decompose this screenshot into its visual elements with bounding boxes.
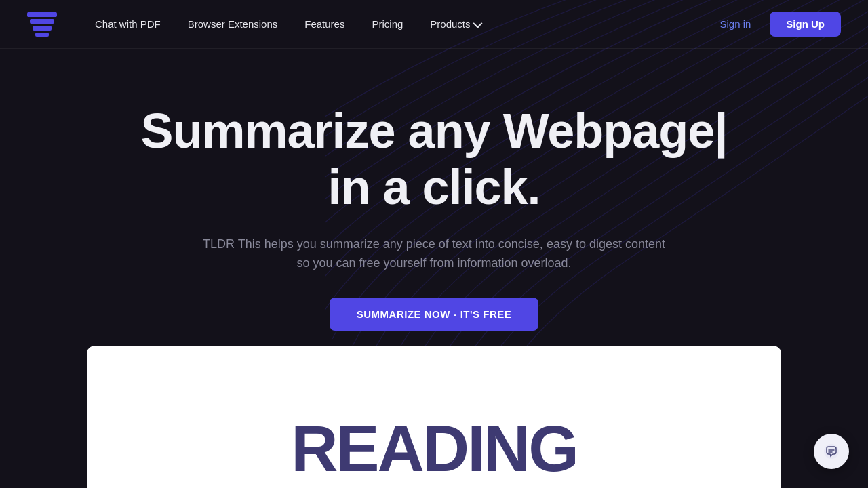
nav-link-browser-extensions[interactable]: Browser Extensions [177, 13, 289, 35]
svg-rect-3 [35, 33, 49, 37]
navbar: Chat with PDF Browser Extensions Feature… [0, 0, 868, 49]
nav-right: Sign in Sign Up [711, 12, 841, 37]
chat-support-button[interactable] [814, 434, 849, 469]
app-preview: READING [87, 346, 781, 488]
nav-link-pricing[interactable]: Pricing [361, 13, 414, 35]
nav-link-features[interactable]: Features [294, 13, 355, 35]
hero-title: Summarize any Webpage| in a click. [140, 103, 727, 216]
cta-button[interactable]: SUMMARIZE NOW - IT'S FREE [330, 298, 539, 331]
hero-section: Summarize any Webpage| in a click. TLDR … [0, 49, 868, 331]
signin-button[interactable]: Sign in [711, 13, 759, 35]
chevron-down-icon [473, 18, 482, 28]
hero-subtitle: TLDR This helps you summarize any piece … [197, 235, 671, 274]
nav-links: Chat with PDF Browser Extensions Feature… [84, 13, 711, 35]
svg-rect-1 [30, 19, 54, 24]
nav-link-products[interactable]: Products [419, 13, 490, 35]
logo[interactable] [27, 12, 57, 37]
svg-rect-2 [33, 26, 52, 30]
signup-button[interactable]: Sign Up [770, 12, 841, 37]
svg-rect-0 [27, 12, 57, 17]
chat-icon [823, 443, 840, 460]
nav-link-chat-pdf[interactable]: Chat with PDF [84, 13, 172, 35]
logo-icon [27, 12, 57, 37]
app-preview-text: READING [291, 416, 577, 488]
